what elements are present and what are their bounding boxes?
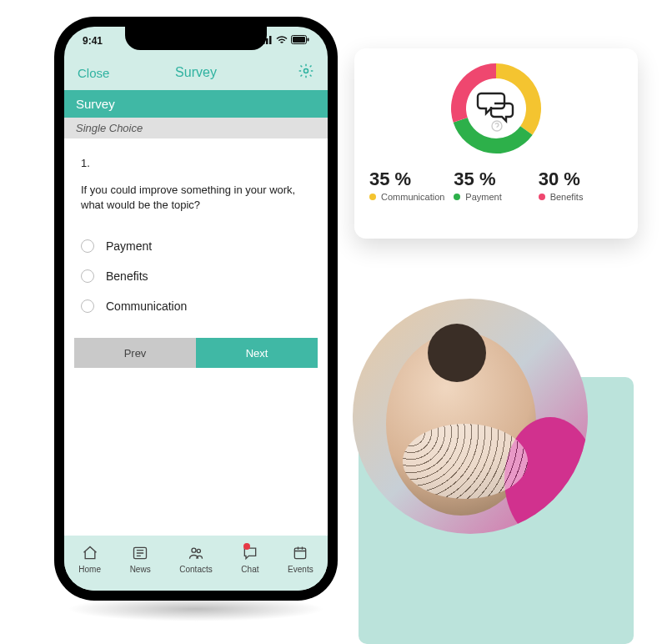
tab-chat[interactable]: Chat [241, 545, 258, 574]
legend-label: Communication [381, 192, 444, 202]
option-benefits[interactable]: Benefits [81, 261, 311, 291]
legend-pct: 35 % [369, 169, 411, 190]
svg-rect-12 [295, 548, 306, 559]
svg-rect-7 [308, 38, 309, 42]
phone-notch [125, 27, 267, 50]
tab-label: News [130, 565, 151, 574]
tab-label: Events [288, 565, 313, 574]
tab-contacts[interactable]: Contacts [179, 545, 212, 574]
page-title: Survey [175, 65, 217, 80]
option-label: Benefits [106, 269, 148, 283]
next-button[interactable]: Next [196, 338, 318, 368]
question-number: 1. [81, 157, 311, 169]
option-label: Communication [106, 299, 187, 313]
survey-section-header: Survey [64, 90, 328, 118]
wifi-icon [276, 35, 288, 47]
legend-pct: 35 % [454, 169, 495, 190]
svg-point-8 [304, 69, 308, 73]
survey-content: Survey Single Choice 1. If you could imp… [64, 90, 328, 536]
tab-label: Contacts [179, 565, 212, 574]
legend-dot [454, 194, 460, 200]
svg-rect-4 [269, 36, 272, 44]
radio-icon [81, 299, 94, 313]
svg-rect-6 [293, 37, 305, 43]
radio-icon [81, 269, 94, 283]
chart-legend: 35 % Communication 35 % Payment 30 % Ben… [364, 169, 628, 202]
news-icon [132, 545, 148, 563]
option-communication[interactable]: Communication [81, 291, 311, 321]
gear-icon[interactable] [298, 63, 314, 83]
speech-bubbles-icon [476, 88, 516, 128]
svg-point-11 [197, 549, 200, 552]
phone-frame: 9:41 Close Survey Survey Singl [54, 17, 338, 601]
legend-dot [539, 194, 545, 200]
survey-subtitle: Single Choice [64, 118, 328, 138]
svg-rect-3 [266, 38, 268, 44]
legend-item-benefits: 30 % Benefits [539, 169, 623, 202]
battery-icon [291, 35, 309, 47]
decorative-photo [353, 299, 588, 534]
home-icon [82, 545, 98, 563]
legend-label: Benefits [550, 192, 584, 202]
contacts-icon [188, 545, 204, 563]
question-text: If you could improve something in your w… [81, 183, 311, 213]
nav-bar: Close Survey [64, 55, 328, 90]
legend-item-payment: 35 % Payment [454, 169, 538, 202]
radio-icon [81, 239, 94, 253]
legend-pct: 30 % [539, 169, 580, 190]
events-icon [292, 545, 308, 563]
tab-news[interactable]: News [130, 545, 151, 574]
svg-point-10 [192, 548, 196, 552]
option-payment[interactable]: Payment [81, 231, 311, 261]
prev-button[interactable]: Prev [74, 338, 196, 368]
tab-bar: Home News Contacts Chat Events [64, 536, 328, 591]
status-time: 9:41 [83, 35, 103, 47]
legend-dot [369, 194, 376, 200]
tab-label: Home [78, 565, 101, 574]
legend-label: Payment [465, 192, 501, 202]
legend-item-communication: 35 % Communication [369, 169, 454, 202]
option-label: Payment [106, 239, 152, 253]
tab-home[interactable]: Home [78, 545, 101, 574]
results-chart-card: 35 % Communication 35 % Payment 30 % Ben… [354, 48, 638, 239]
tab-events[interactable]: Events [288, 545, 313, 574]
tab-label: Chat [241, 565, 258, 574]
donut-chart [448, 60, 544, 157]
close-button[interactable]: Close [78, 66, 109, 80]
